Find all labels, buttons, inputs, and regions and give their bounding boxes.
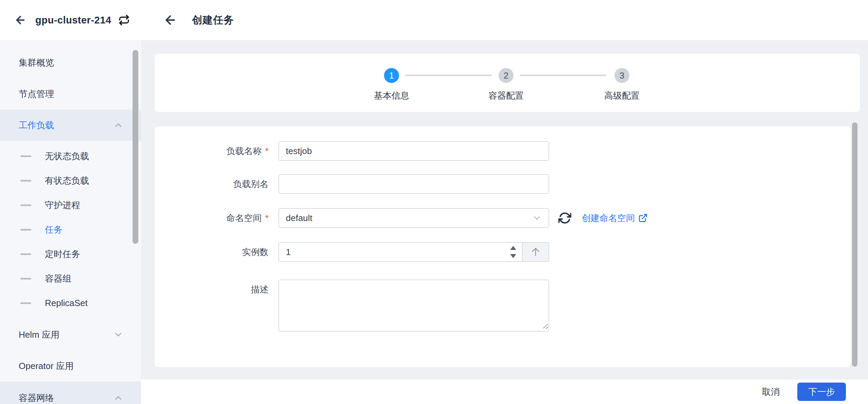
main-area: 创建任务 1 2 3 基本信息 容器配置 高级配置 负载名称*: [141, 0, 868, 404]
sidebar-item-statefulsets[interactable]: 有状态负载: [0, 168, 141, 193]
cluster-name: gpu-cluster-214: [35, 15, 117, 26]
sidebar-item-helm-apps[interactable]: Helm 应用: [0, 319, 141, 350]
step-1-label: 基本信息: [351, 90, 432, 102]
external-link-icon: [638, 213, 648, 223]
replicas-spinner: [507, 244, 519, 260]
scale-up-button[interactable]: [522, 242, 549, 262]
namespace-select[interactable]: default: [278, 208, 549, 228]
refresh-namespaces-button[interactable]: [557, 211, 572, 225]
description-textarea[interactable]: [278, 280, 549, 332]
replicas-input-wrap: [278, 242, 523, 262]
field-label-text: 负载名称: [226, 146, 262, 156]
create-namespace-link[interactable]: 创建命名空间: [582, 212, 648, 224]
namespace-label: 命名空间*: [155, 208, 268, 228]
required-marker: *: [265, 213, 268, 223]
arrow-up-icon: [530, 247, 541, 257]
sidebar-item-label: 无状态负载: [45, 150, 89, 162]
field-label-text: 命名空间: [226, 213, 262, 223]
nav-gap: [0, 315, 141, 319]
dash-icon: [20, 278, 31, 280]
sidebar-item-label: 容器组: [45, 273, 71, 285]
workload-name-input[interactable]: [278, 141, 549, 161]
workload-alias-label: 负载别名: [155, 174, 268, 194]
field-label-text: 负载别名: [233, 179, 268, 189]
switch-cluster-button[interactable]: [117, 13, 132, 28]
spinner-up-button[interactable]: [507, 244, 519, 252]
sidebar-item-label: Helm 应用: [19, 329, 59, 341]
sidebar-item-operator-apps[interactable]: Operator 应用: [0, 350, 141, 382]
sidebar-header: gpu-cluster-214: [0, 0, 141, 40]
description-row: 描述: [155, 280, 851, 332]
sidebar-item-jobs[interactable]: 任务: [0, 217, 141, 242]
page-back-button[interactable]: [162, 12, 178, 28]
step-connector: [405, 74, 492, 76]
step-connector: [520, 74, 606, 76]
sidebar-item-label: Operator 应用: [19, 360, 74, 372]
footer-bar: 取消 下一步: [141, 380, 868, 404]
cluster-back-button[interactable]: [13, 13, 28, 28]
dash-icon: [20, 204, 31, 206]
sidebar-item-label: 工作负载: [19, 119, 54, 131]
replicas-label: 实例数: [155, 242, 268, 262]
sidebar-item-container-network[interactable]: 容器网络: [0, 382, 141, 404]
sidebar-item-label: ReplicaSet: [45, 298, 88, 308]
workload-alias-row: 负载别名: [155, 174, 851, 194]
refresh-icon: [558, 212, 571, 224]
replicas-input-group: [278, 242, 549, 262]
steps-card: 1 2 3 基本信息 容器配置 高级配置: [155, 54, 860, 112]
sidebar-item-cluster-overview[interactable]: 集群概览: [0, 47, 141, 78]
required-marker: *: [265, 146, 268, 156]
namespace-actions: 创建命名空间: [557, 208, 648, 228]
description-label: 描述: [155, 280, 268, 299]
sidebar-nav: 集群概览 节点管理 工作负载 无状态负载 有状态负载 守护进程 任务: [0, 40, 141, 404]
sidebar-item-label: 节点管理: [19, 88, 54, 100]
triangle-down-icon: [510, 254, 516, 258]
namespace-row: 命名空间* default 创建命名空间: [155, 208, 851, 228]
cancel-button[interactable]: 取消: [755, 383, 786, 401]
chevron-down-icon: [113, 330, 123, 340]
next-step-button[interactable]: 下一步: [797, 383, 846, 401]
dash-icon: [20, 302, 31, 304]
replicas-input[interactable]: [278, 242, 523, 262]
basic-info-form: 负载名称* 负载别名 命名空间* default: [155, 127, 851, 367]
step-2-circle: 2: [499, 68, 514, 83]
sidebar-item-label: 守护进程: [45, 199, 80, 211]
step-number: 1: [389, 70, 394, 81]
chevron-down-icon: [532, 213, 542, 223]
sidebar-scrollbar[interactable]: [133, 50, 138, 244]
sidebar-item-pods[interactable]: 容器组: [0, 266, 141, 291]
workload-name-label: 负载名称*: [155, 141, 268, 161]
content-scrollbar[interactable]: [852, 122, 857, 367]
page-title: 创建任务: [192, 13, 234, 27]
replicas-row: 实例数: [155, 242, 851, 262]
step-3-circle: 3: [614, 68, 629, 83]
sidebar-item-workloads[interactable]: 工作负载: [0, 110, 141, 141]
sidebar-item-deployments[interactable]: 无状态负载: [0, 144, 141, 168]
step-number: 2: [504, 70, 508, 81]
chevron-up-icon: [113, 393, 123, 403]
sidebar-item-daemonsets[interactable]: 守护进程: [0, 193, 141, 217]
arrow-left-icon: [163, 13, 177, 27]
step-1-circle: 1: [384, 68, 399, 83]
sidebar-item-cronjobs[interactable]: 定时任务: [0, 242, 141, 266]
namespace-selected-value: default: [286, 213, 312, 223]
step-2-label: 容器配置: [465, 90, 547, 102]
workload-alias-input[interactable]: [278, 174, 549, 194]
sidebar-item-label: 任务: [45, 224, 63, 236]
page-header: 创建任务: [141, 0, 868, 40]
sidebar: gpu-cluster-214 集群概览 节点管理 工作负载 无状态负载 有状态…: [0, 0, 141, 404]
field-label-text: 实例数: [242, 247, 268, 257]
chevron-up-icon: [113, 120, 123, 130]
sidebar-item-label: 容器网络: [19, 392, 54, 404]
sidebar-item-node-management[interactable]: 节点管理: [0, 78, 141, 110]
spinner-down-button[interactable]: [507, 252, 519, 260]
sidebar-item-label: 定时任务: [45, 248, 80, 260]
switch-cluster-icon: [118, 14, 130, 26]
step-number: 3: [620, 70, 624, 81]
dash-icon: [20, 253, 31, 255]
arrow-left-icon: [14, 14, 27, 26]
dash-icon: [20, 229, 31, 231]
dash-icon: [20, 180, 31, 182]
page-body: 1 2 3 基本信息 容器配置 高级配置 负载名称*: [141, 40, 868, 404]
sidebar-item-replicasets[interactable]: ReplicaSet: [0, 291, 141, 315]
